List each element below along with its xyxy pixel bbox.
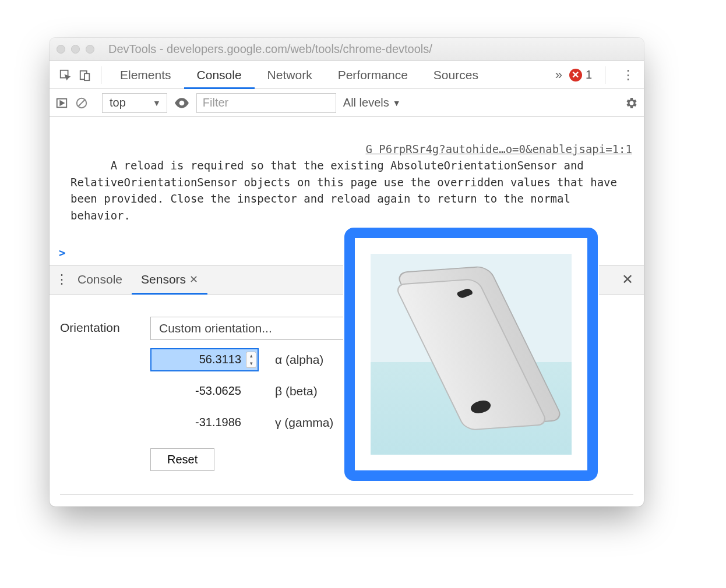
gamma-label: γ (gamma) (275, 416, 333, 430)
log-levels-selector[interactable]: All levels ▼ (343, 96, 401, 109)
log-levels-label: All levels (343, 96, 389, 109)
drawer-tab-sensors[interactable]: Sensors ✕ (132, 265, 207, 294)
orientation-preview[interactable] (371, 254, 572, 455)
chevron-down-icon: ▼ (153, 98, 161, 108)
drawer-tabs: Console Sensors ✕ (68, 265, 207, 294)
error-count-value: 1 (586, 68, 592, 82)
error-count-badge[interactable]: ✕ 1 (569, 68, 592, 82)
console-message: G P6rpRSr4g?autohide…o=0&enablejsapi=1:1… (50, 119, 644, 243)
alpha-input[interactable] (150, 348, 259, 371)
filter-input[interactable] (196, 93, 336, 113)
drawer-tab-console[interactable]: Console (68, 265, 132, 294)
tab-performance[interactable]: Performance (325, 61, 421, 88)
message-source-link[interactable]: G P6rpRSr4g?autohide…o=0&enablejsapi=1:1 (365, 141, 632, 158)
devtools-window: DevTools - developers.google.com/web/too… (50, 38, 644, 506)
reset-button[interactable]: Reset (150, 448, 214, 471)
phone-home-button-icon (467, 398, 494, 416)
orientation-preset-dropdown[interactable]: Custom orientation... ▼ (150, 317, 366, 340)
close-icon[interactable]: ✕ (189, 273, 198, 286)
window-title: DevTools - developers.google.com/web/too… (108, 42, 637, 56)
clear-console-icon[interactable] (75, 97, 88, 109)
orientation-preset-value: Custom orientation... (159, 321, 272, 335)
console-settings-gear-icon[interactable] (624, 96, 638, 110)
inspect-element-icon[interactable] (55, 65, 75, 85)
drawer-tab-label: Sensors (141, 272, 186, 286)
error-icon: ✕ (569, 69, 582, 82)
kebab-menu-icon[interactable]: ⋮ (618, 65, 638, 85)
number-stepper[interactable]: ▴▾ (246, 352, 256, 368)
gamma-input[interactable] (150, 411, 259, 434)
alpha-label: α (alpha) (275, 353, 323, 367)
device-toolbar-icon[interactable] (75, 65, 95, 85)
tab-network[interactable]: Network (255, 61, 325, 88)
execute-icon[interactable] (55, 97, 68, 109)
console-filterbar: top ▼ All levels ▼ (50, 89, 644, 117)
beta-label: β (beta) (275, 384, 318, 398)
toolbar-separator (101, 66, 101, 84)
orientation-preview-highlight (344, 228, 598, 481)
tabs-overflow-button[interactable]: » (555, 68, 562, 83)
tab-sources[interactable]: Sources (421, 61, 491, 88)
svg-rect-2 (84, 73, 89, 80)
window-zoom-button[interactable] (86, 45, 94, 54)
toolbar-separator (605, 66, 605, 84)
traffic-lights (57, 45, 94, 54)
main-tabs: Elements Console Network Performance Sou… (107, 61, 491, 88)
window-close-button[interactable] (57, 45, 65, 54)
tab-console[interactable]: Console (184, 61, 255, 88)
live-expression-eye-icon[interactable] (174, 97, 189, 109)
drawer-close-button[interactable]: ✕ (617, 271, 638, 288)
context-selector[interactable]: top ▼ (102, 93, 167, 113)
beta-input[interactable] (150, 380, 259, 403)
context-value: top (110, 96, 126, 109)
orientation-label: Orientation (60, 317, 150, 471)
phone-earpiece-icon (455, 288, 474, 299)
message-text: A reload is required so that the existin… (71, 159, 623, 222)
tab-elements[interactable]: Elements (107, 61, 184, 88)
window-titlebar: DevTools - developers.google.com/web/too… (50, 38, 644, 61)
chevron-down-icon: ▼ (393, 98, 401, 108)
main-toolbar: Elements Console Network Performance Sou… (50, 61, 644, 89)
window-minimize-button[interactable] (71, 45, 80, 54)
drawer-menu-icon[interactable]: ⋮ (55, 272, 68, 287)
section-divider (60, 494, 633, 495)
svg-line-5 (79, 100, 85, 106)
